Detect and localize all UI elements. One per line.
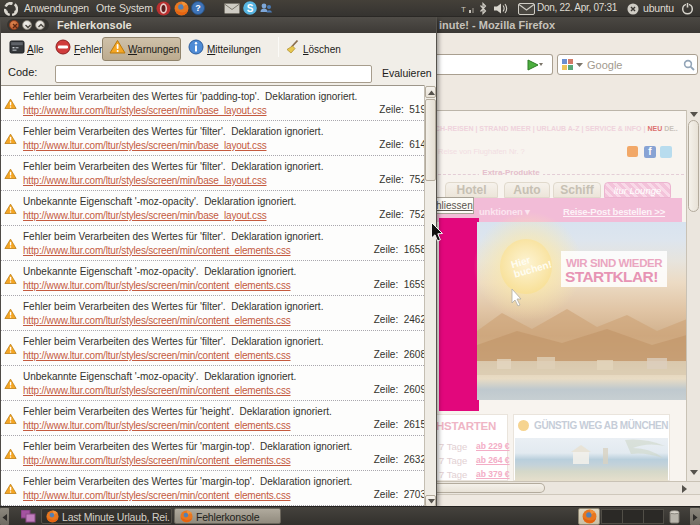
- svg-text:?: ?: [195, 3, 200, 13]
- svg-text:T: T: [461, 5, 466, 14]
- svg-text:S: S: [247, 3, 254, 14]
